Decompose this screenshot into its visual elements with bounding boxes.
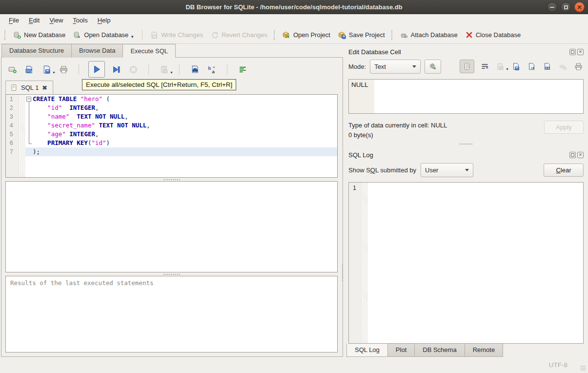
tab-remote[interactable]: Remote <box>465 344 504 357</box>
sql-log-filter-value: User <box>425 166 461 174</box>
save-results-menu-arrow[interactable]: ▼ <box>170 71 173 74</box>
print-sql-button[interactable] <box>58 63 69 75</box>
main-area: Database Structure Browse Data Execute S… <box>0 44 588 357</box>
resize-grip[interactable] <box>580 365 586 371</box>
cell-value-editor[interactable]: NULL <box>348 79 584 114</box>
close-button[interactable]: ✕ <box>574 2 585 12</box>
execute-tooltip: Execute all/selected SQL [Ctrl+Return, F… <box>82 79 236 90</box>
stop-execution-button[interactable] <box>127 63 139 75</box>
sql-tab[interactable]: SQL 1 ✖ <box>5 81 53 94</box>
save-project-button[interactable]: Save Project <box>334 29 389 41</box>
minimize-button[interactable] <box>547 2 557 12</box>
clear-log-button[interactable]: Clear <box>544 164 584 177</box>
code-line-1[interactable]: 1−CREATE TABLE "hero" ( <box>6 95 337 104</box>
stop-icon <box>129 65 138 74</box>
close-panel-icon[interactable]: ✕ <box>577 152 584 158</box>
mode-select[interactable]: Text <box>370 60 421 74</box>
maximize-button[interactable] <box>561 2 571 12</box>
revert-changes-button[interactable]: Revert Changes <box>207 29 271 41</box>
results-grid-pane[interactable] <box>5 181 338 272</box>
code-line-3[interactable]: 3 "name" TEXT NOT NULL, <box>6 112 337 121</box>
new-database-button[interactable]: New Database <box>9 29 69 41</box>
fold-marker[interactable]: − <box>25 95 33 104</box>
apply-settings-button[interactable] <box>425 60 441 74</box>
sql-editor[interactable]: 1−CREATE TABLE "hero" (2 "id" INTEGER,3 … <box>5 94 338 178</box>
cell-size-info: 0 byte(s) <box>348 130 447 140</box>
horizontal-splitter[interactable] <box>5 272 338 276</box>
sql-log-filter-select[interactable]: User <box>421 163 473 177</box>
tab-db-schema[interactable]: DB Schema <box>414 344 465 357</box>
toolbar-handle[interactable] <box>274 30 275 40</box>
set-null-button[interactable] <box>557 61 568 72</box>
new-sql-tab-button[interactable] <box>6 63 18 75</box>
tab-plot[interactable]: Plot <box>387 344 415 357</box>
results-message-pane[interactable]: Results of the last executed statements <box>5 276 338 352</box>
sql-tab-label: SQL 1 <box>21 84 39 91</box>
sql-log-filter-row: Show SQL submitted by User Clear <box>348 162 584 178</box>
tab-sql-log[interactable]: SQL Log <box>346 344 388 357</box>
open-sql-file-button[interactable] <box>23 63 35 75</box>
code-line-7[interactable]: 7); <box>6 147 337 156</box>
sql-log-header: SQL Log ✕ <box>348 149 584 161</box>
close-panel-icon[interactable]: ✕ <box>577 49 584 55</box>
execute-all-button[interactable] <box>88 61 105 78</box>
attach-database-button[interactable]: Attach Database <box>396 29 462 41</box>
link-cell-button[interactable] <box>542 61 552 72</box>
open-database-button[interactable]: Open Database ▼ <box>69 28 138 41</box>
save-results-button[interactable]: ▼ <box>158 63 170 75</box>
code-line-2[interactable]: 2 "id" INTEGER, <box>6 104 337 112</box>
bottom-tab-bar: SQL Log Plot DB Schema Remote <box>346 344 584 357</box>
float-panel-icon[interactable] <box>569 152 576 158</box>
vertical-splitter[interactable] <box>342 265 343 281</box>
menu-view[interactable]: View <box>44 15 68 25</box>
horizontal-splitter[interactable] <box>5 178 338 181</box>
apply-button[interactable]: Apply <box>544 121 584 134</box>
sql-log-title: SQL Log <box>348 151 569 159</box>
fold-marker <box>25 104 33 112</box>
float-panel-icon[interactable] <box>569 49 576 55</box>
save-sql-file-button[interactable]: ▼ <box>41 63 52 75</box>
tab-browse-data[interactable]: Browse Data <box>71 44 123 58</box>
sql-tab-close-icon[interactable]: ✖ <box>42 84 47 91</box>
menu-tools[interactable]: Tools <box>68 15 92 25</box>
svg-text:a: a <box>212 68 215 74</box>
find-button[interactable] <box>189 63 201 75</box>
save-cell-menu-arrow[interactable]: ▼ <box>506 67 509 71</box>
execute-sql-panel: ▼ <box>1 57 343 357</box>
close-icon: ✕ <box>577 4 582 10</box>
menu-help[interactable]: Help <box>93 15 116 25</box>
toolbar-handle[interactable] <box>4 30 6 40</box>
menu-file[interactable]: File <box>4 15 24 25</box>
cell-type-info: Type of data currently in cell: NULL <box>348 121 447 130</box>
tab-execute-sql[interactable]: Execute SQL <box>122 44 176 58</box>
close-database-button[interactable]: Close Database <box>462 29 525 41</box>
chevron-down-icon <box>412 65 416 68</box>
sql-log-view[interactable]: 1 <box>348 182 584 344</box>
print-cell-button[interactable] <box>573 61 584 72</box>
text-mode-button[interactable] <box>460 60 474 73</box>
auto-format-button[interactable] <box>237 63 248 75</box>
execute-line-button[interactable] <box>110 63 122 75</box>
toolbar-handle[interactable] <box>391 30 393 40</box>
open-project-button[interactable]: Open Project <box>279 29 334 41</box>
sql-toolbar-separator <box>227 64 227 75</box>
find-replace-button[interactable]: ba <box>206 63 218 75</box>
code-line-4[interactable]: 4 "secret_name" TEXT NOT NULL, <box>6 121 337 130</box>
code-line-6[interactable]: 6 PRIMARY KEY("id") <box>6 139 337 147</box>
right-panel-splitter[interactable] <box>348 140 584 148</box>
write-changes-button[interactable]: Write Changes <box>146 29 207 41</box>
import-cell-button[interactable] <box>510 61 521 72</box>
open-sql-file-icon <box>25 65 34 74</box>
code-line-5[interactable]: 5 "age" INTEGER, <box>6 130 337 139</box>
tab-database-structure[interactable]: Database Structure <box>1 44 72 58</box>
menu-edit[interactable]: Edit <box>24 15 44 25</box>
svg-text:b: b <box>208 65 211 70</box>
export-cell-button[interactable] <box>526 61 537 72</box>
word-wrap-button[interactable] <box>479 61 490 72</box>
save-sql-menu-arrow[interactable]: ▼ <box>52 71 56 74</box>
open-database-menu-arrow[interactable]: ▼ <box>130 35 134 39</box>
fold-marker <box>25 147 33 156</box>
app-window: DB Browser for SQLite - /home/user/code/… <box>0 0 588 373</box>
save-cell-button[interactable]: ▼ <box>495 61 506 72</box>
attach-database-icon <box>400 31 408 39</box>
